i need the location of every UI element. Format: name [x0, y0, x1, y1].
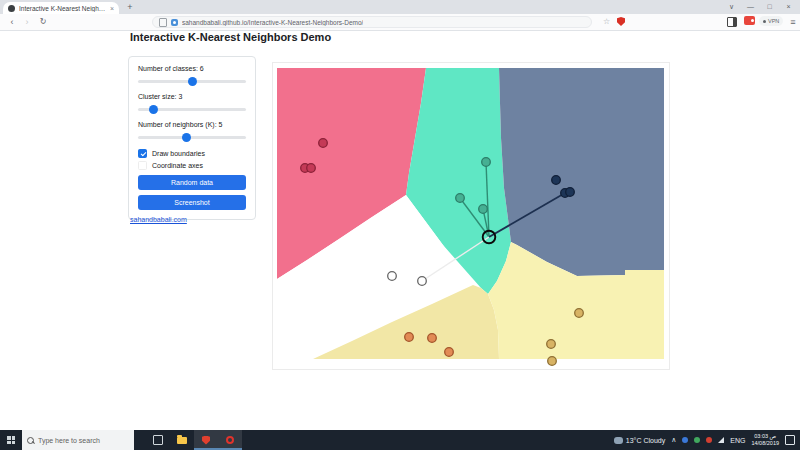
draw-boundaries-row: Draw boundaries [138, 149, 246, 158]
slider-track[interactable] [138, 136, 246, 139]
tab-close-icon[interactable]: × [110, 5, 114, 12]
file-explorer-button[interactable] [170, 430, 194, 450]
red-point [307, 164, 316, 173]
orange-point [405, 333, 414, 342]
slider-thumb[interactable] [188, 77, 197, 86]
desktop: Interactive K-Nearest Neighbo... × + ∨ —… [0, 0, 800, 450]
site-badge-icon [171, 19, 178, 26]
opera-button[interactable] [218, 430, 242, 450]
vpn-label: VPN [768, 18, 779, 24]
vpn-status-dot [763, 20, 766, 23]
white-point [388, 272, 397, 281]
weather-widget[interactable]: 13°C Cloudy [614, 437, 665, 444]
cluster-size-slider[interactable] [138, 105, 246, 114]
clock-time: 03:03 ص [754, 433, 776, 440]
opera-icon [226, 436, 234, 444]
coordinate-axes-checkbox[interactable] [138, 161, 147, 170]
random-data-button[interactable]: Random data [138, 175, 246, 190]
orange-point [428, 334, 437, 343]
orange-point [445, 348, 454, 357]
vpn-badge[interactable]: VPN [759, 16, 783, 26]
red-point [319, 139, 328, 148]
forward-button[interactable]: › [20, 15, 34, 29]
wallet-extension-icon[interactable] [744, 16, 755, 25]
reload-button[interactable]: ↻ [36, 15, 50, 29]
tray-app-red-icon[interactable] [706, 437, 712, 443]
maximize-button[interactable]: □ [760, 0, 779, 13]
browser-menu-icon[interactable]: ≡ [787, 15, 799, 29]
slider-thumb[interactable] [182, 133, 191, 142]
classes-slider-label: Number of classes: 6 [138, 65, 246, 72]
teal-point [456, 194, 465, 203]
search-placeholder: Type here to search [38, 437, 100, 444]
url-text[interactable]: sahandbabali.github.io/Interactive-K-Nea… [182, 19, 363, 26]
tab-title: Interactive K-Nearest Neighbo... [19, 5, 106, 12]
system-tray: 13°C Cloudy ∧ ENG 03:03 ص 14/08/2019 [614, 433, 800, 447]
taskbar: Type here to search 13°C Cloudy ∧ ENG 03… [0, 430, 800, 450]
browser-tab[interactable]: Interactive K-Nearest Neighbo... × [3, 2, 119, 14]
region-slate [499, 68, 664, 276]
minimize-button[interactable]: — [741, 0, 760, 13]
weather-text: 13°C Cloudy [626, 437, 665, 444]
window-controls: ∨ — □ × [722, 0, 798, 13]
address-bar[interactable]: sahandbabali.github.io/Interactive-K-Nea… [152, 16, 592, 28]
search-icon [27, 437, 34, 444]
knn-canvas[interactable] [272, 62, 670, 370]
draw-boundaries-checkbox[interactable] [138, 149, 147, 158]
teal-point [479, 205, 488, 214]
draw-boundaries-label: Draw boundaries [152, 150, 205, 157]
classes-slider[interactable] [138, 77, 246, 86]
clock[interactable]: 03:03 ص 14/08/2019 [751, 433, 779, 447]
white-point [418, 277, 427, 286]
gold-point [575, 309, 584, 318]
controls-panel: Number of classes: 6 Cluster size: 3 Num… [128, 56, 256, 220]
coordinate-axes-label: Coordinate axes [152, 162, 203, 169]
sidebar-toggle-icon[interactable] [727, 17, 737, 27]
gold-point [548, 357, 557, 366]
shield-app-button[interactable] [194, 430, 218, 450]
language-indicator[interactable]: ENG [730, 437, 745, 444]
new-tab-button[interactable]: + [124, 1, 136, 13]
notification-center-icon[interactable] [785, 435, 795, 445]
navy-point [552, 176, 561, 185]
task-view-icon [153, 435, 163, 445]
bookmark-icon[interactable]: ☆ [600, 15, 613, 29]
teal-point [482, 158, 491, 167]
cluster-size-slider-label: Cluster size: 3 [138, 93, 246, 100]
neighbors-slider[interactable] [138, 133, 246, 142]
tab-search-icon[interactable]: ∨ [722, 0, 741, 13]
slider-thumb[interactable] [149, 105, 158, 114]
shield-app-icon [202, 436, 210, 445]
coordinate-axes-row: Coordinate axes [138, 161, 246, 170]
browser-tab-strip: Interactive K-Nearest Neighbo... × + ∨ —… [0, 0, 800, 14]
navy-point [566, 188, 575, 197]
weather-icon [614, 437, 623, 444]
tray-app-blue-icon[interactable] [682, 437, 688, 443]
start-button[interactable] [0, 430, 22, 450]
network-icon[interactable] [718, 437, 724, 443]
page-info-icon[interactable] [159, 18, 167, 27]
back-button[interactable]: ‹ [5, 15, 19, 29]
windows-logo-icon [7, 436, 15, 444]
gold-point [547, 340, 556, 349]
knn-plot[interactable] [277, 68, 667, 366]
close-button[interactable]: × [779, 0, 798, 13]
clock-date: 14/08/2019 [751, 440, 779, 447]
author-link[interactable]: sahandbabali.com [130, 216, 187, 223]
screenshot-button[interactable]: Screenshot [138, 195, 246, 210]
task-view-button[interactable] [146, 430, 170, 450]
page-title: Interactive K-Nearest Neighbors Demo [130, 31, 331, 43]
taskbar-search[interactable]: Type here to search [22, 430, 134, 450]
folder-icon [177, 437, 187, 444]
tray-app-green-icon[interactable] [694, 437, 700, 443]
tray-chevron-icon[interactable]: ∧ [671, 436, 676, 444]
tab-favicon-icon [8, 5, 15, 12]
neighbors-slider-label: Number of neighbors (K): 5 [138, 121, 246, 128]
